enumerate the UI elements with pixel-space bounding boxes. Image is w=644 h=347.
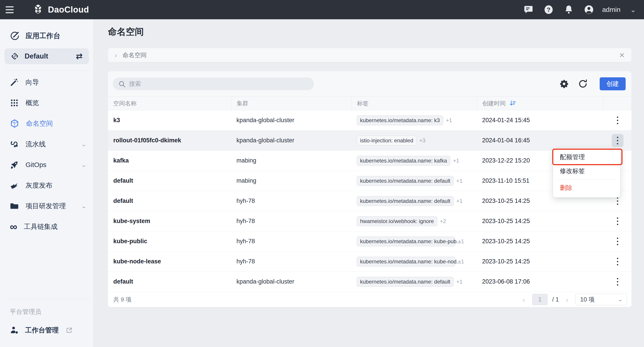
create-button[interactable]: 创建: [600, 77, 626, 90]
row-actions-button[interactable]: [612, 114, 624, 127]
pipeline-icon: [10, 140, 19, 149]
created-time-cell: 2023-10-25 14:25: [477, 251, 604, 271]
sort-descending-icon[interactable]: [509, 100, 516, 107]
namespace-name-cell[interactable]: kube-public: [108, 231, 231, 251]
sidebar-divider: [5, 299, 88, 299]
table-row[interactable]: kube-system hyh-78 hwameistor.io/webhook…: [108, 211, 632, 231]
sidebar-item-project-management[interactable]: 项目研发管理 ⌄: [0, 196, 94, 216]
menu-item-delete[interactable]: 删除: [553, 181, 620, 195]
next-page-icon[interactable]: ›: [564, 295, 571, 304]
messages-icon[interactable]: [523, 5, 534, 15]
sidebar-item-namespaces[interactable]: 命名空间: [0, 113, 94, 134]
row-context-menu: 配额管理 修改标签 删除: [553, 148, 620, 197]
refresh-icon[interactable]: [578, 79, 588, 89]
top-header: DaoCloud ? admin ⌄: [0, 0, 644, 19]
label-extra-count[interactable]: +1: [456, 279, 462, 285]
cluster-cell: kpanda-global-cluster: [231, 130, 351, 150]
row-actions-button[interactable]: [612, 134, 624, 147]
row-actions-button[interactable]: [612, 255, 624, 268]
column-header-cluster[interactable]: 集群: [231, 97, 351, 110]
hamburger-menu-icon[interactable]: [0, 0, 19, 19]
labels-cell: kubernetes.io/metadata.name: kube-nod...…: [351, 251, 477, 271]
page-number-input[interactable]: 1: [532, 294, 548, 305]
search-input[interactable]: [113, 78, 314, 90]
table-row[interactable]: rollout-01f05fc0-dkimek kpanda-global-cl…: [108, 130, 632, 151]
page-count-label: / 1: [552, 296, 559, 303]
namespace-name-cell[interactable]: default: [108, 171, 231, 191]
namespace-name-cell[interactable]: default: [108, 272, 231, 292]
breadcrumb-expand-chevron-icon[interactable]: ›: [115, 51, 117, 59]
search-icon: [118, 80, 126, 88]
settings-gear-icon[interactable]: [559, 79, 569, 89]
grid-dots-icon: [10, 98, 19, 107]
help-icon[interactable]: ?: [544, 5, 554, 15]
actions-cell: [604, 231, 632, 251]
menu-item-edit-labels[interactable]: 修改标签: [553, 164, 620, 178]
table-row[interactable]: kube-node-lease hyh-78 kubernetes.io/met…: [108, 251, 632, 272]
table-row[interactable]: default kpanda-global-cluster kubernetes…: [108, 272, 632, 292]
table-toolbar: 创建: [108, 71, 632, 96]
column-header-actions: [604, 97, 632, 110]
role-label: 平台管理员: [0, 307, 94, 316]
label-extra-count[interactable]: +1: [458, 238, 464, 245]
label-chip: istio-injection: enabled: [357, 136, 416, 146]
chevron-down-icon: ⌄: [618, 297, 623, 302]
chevron-down-icon: ⌄: [81, 203, 87, 209]
namespace-name-cell[interactable]: kafka: [108, 151, 231, 171]
label-extra-count[interactable]: +1: [458, 258, 464, 265]
sidebar-item-workbench-admin[interactable]: 工作台管理: [0, 325, 94, 335]
cluster-cell: kpanda-global-cluster: [231, 272, 351, 292]
svg-text:?: ?: [547, 7, 550, 13]
label-extra-count[interactable]: +1: [456, 198, 462, 204]
page-size-value: 10 项: [580, 295, 595, 303]
created-time-cell: 2024-01-24 15:45: [477, 110, 604, 130]
user-avatar[interactable]: [584, 5, 594, 15]
label-extra-count[interactable]: +3: [419, 137, 425, 144]
label-extra-count[interactable]: +2: [440, 218, 446, 224]
workbench-icon: [10, 31, 20, 41]
label-chip: kubernetes.io/metadata.name: kafka: [357, 156, 450, 166]
row-actions-button[interactable]: [612, 215, 624, 228]
sidebar-item-toolchain[interactable]: ∞ 工具链集成: [0, 216, 94, 237]
sidebar-item-pipelines[interactable]: 流水线 ⌄: [0, 134, 94, 154]
namespace-name-cell[interactable]: rollout-01f05fc0-dkimek: [108, 130, 231, 150]
table-row[interactable]: k3 kpanda-global-cluster kubernetes.io/m…: [108, 110, 632, 130]
breadcrumb-item[interactable]: 命名空间: [122, 51, 147, 59]
namespace-name-cell[interactable]: kube-node-lease: [108, 251, 231, 271]
created-time-cell: 2024-01-04 16:45: [477, 130, 604, 150]
column-header-name[interactable]: 空间名称: [108, 97, 231, 110]
sidebar-item-canary-release[interactable]: 灰度发布: [0, 175, 94, 196]
labels-cell: kubernetes.io/metadata.name: k3 +1: [351, 110, 477, 130]
sidebar-item-gitops[interactable]: GitOps ⌄: [0, 154, 94, 175]
namespace-name-cell[interactable]: k3: [108, 110, 231, 130]
column-header-created[interactable]: 创建时间: [477, 97, 604, 110]
sidebar-nav: 向导 概览 命名空间 流水线 ⌄ GitOps ⌄: [0, 72, 94, 237]
workspace-selector[interactable]: Default ⇄: [4, 49, 89, 64]
label-extra-count[interactable]: +1: [446, 117, 452, 124]
row-actions-button[interactable]: [612, 275, 624, 288]
previous-page-icon[interactable]: ‹: [520, 295, 528, 304]
brand-name: DaoCloud: [48, 5, 89, 15]
sidebar-item-wizard[interactable]: 向导: [0, 72, 94, 93]
breadcrumb-close-icon[interactable]: ✕: [619, 51, 625, 59]
namespace-name-cell[interactable]: kube-system: [108, 211, 231, 231]
row-actions-button[interactable]: [612, 235, 624, 248]
sidebar-item-overview[interactable]: 概览: [0, 93, 94, 113]
notifications-bell-icon[interactable]: [564, 5, 574, 15]
switch-workspace-icon[interactable]: ⇄: [76, 52, 83, 61]
table-row[interactable]: kube-public hyh-78 kubernetes.io/metadat…: [108, 231, 632, 251]
label-chip: kubernetes.io/metadata.name: kube-pub...: [357, 236, 455, 246]
namespace-name-cell[interactable]: default: [108, 191, 231, 211]
label-extra-count[interactable]: +1: [456, 178, 462, 184]
column-header-labels[interactable]: 标签: [351, 97, 477, 110]
user-menu-chevron-down-icon[interactable]: ⌄: [630, 6, 636, 14]
created-time-cell: 2023-10-25 14:25: [477, 211, 604, 231]
cluster-cell: mabing: [231, 171, 351, 191]
cluster-cell: mabing: [231, 151, 351, 171]
labels-cell: hwameistor.io/webhook: ignore +2: [351, 211, 477, 231]
menu-item-quota-management[interactable]: 配额管理: [553, 150, 620, 164]
label-extra-count[interactable]: +1: [453, 158, 459, 164]
workspace-name: Default: [25, 52, 48, 60]
page-size-select[interactable]: 10 项 ⌄: [576, 294, 627, 305]
menu-divider: [558, 179, 616, 180]
